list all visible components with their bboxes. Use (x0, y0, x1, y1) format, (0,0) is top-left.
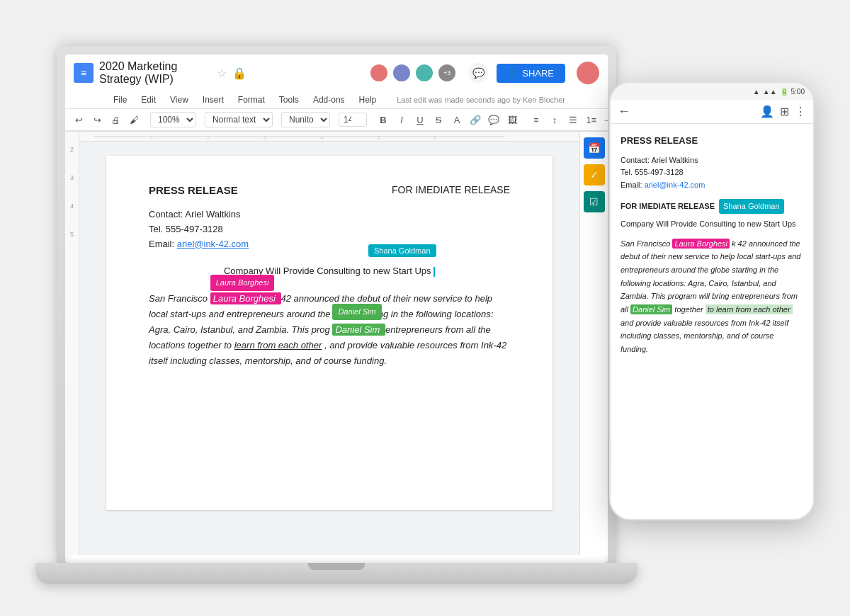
contact-info: Contact: Ariel Waltkins Tel. 555-497-312… (149, 207, 510, 251)
avatar-3 (414, 63, 434, 83)
laura-highlight-container: Laura Borghesi Laura Borghesi (210, 293, 281, 304)
phone-body-start: San Francisco (620, 239, 670, 248)
press-title: PRESS RELEASE (149, 184, 238, 196)
align-button[interactable]: ≡ (528, 113, 544, 127)
italic-button[interactable]: I (394, 113, 409, 127)
avatar-1 (369, 63, 389, 83)
menu-help[interactable]: Help (353, 93, 382, 107)
for-release: FOR IMEDIATE RELEASE (392, 184, 510, 196)
contact-email-line: Email: ariel@ink-42.com (149, 237, 510, 252)
phone-laura-highlight: Laura Borghesi (672, 239, 730, 249)
menu-addons[interactable]: Add-ons (307, 93, 351, 107)
redo-button[interactable]: ↪ (89, 113, 105, 127)
phone-contact-email-line: Email: ariel@ink-42.com (620, 179, 803, 192)
svg-text:6: 6 (434, 135, 437, 141)
phone-email-link[interactable]: ariel@ink-42.com (645, 181, 706, 189)
print-button[interactable]: 🖨 (108, 113, 123, 127)
learn-text: learn from each other (234, 340, 322, 350)
title-bar: ≡ 2020 Marketing Strategy (WIP) ☆ 🔒 +3 💬 (65, 55, 608, 91)
phone-grid-icon[interactable]: ⊞ (780, 105, 789, 118)
doc-subtitle-container: Shana Goldman Company Will Provide Consu… (149, 266, 510, 277)
phone-content: PRESS RELEASE Contact: Ariel Waltkins Te… (611, 124, 813, 503)
keep-icon[interactable]: ☑ (584, 191, 605, 212)
contact-name: Contact: Ariel Waltkins (149, 207, 510, 222)
ruler-top: 1 2 3 4 5 6 (79, 132, 579, 142)
text-cursor (434, 267, 435, 277)
phone-shana-badge: Shana Goldman (719, 199, 784, 215)
doc-scroll: PRESS RELEASE FOR IMEDIATE RELEASE Conta… (79, 142, 579, 555)
menu-view[interactable]: View (164, 93, 194, 107)
side-panel: 📅 ✓ ☑ (579, 132, 608, 555)
phone-contact-name: Contact: Ariel Waltkins (620, 154, 803, 167)
phone-person-icon[interactable]: 👤 (760, 105, 774, 118)
chat-icon[interactable]: 💬 (468, 63, 488, 83)
menu-bar: File Edit View Insert Format Tools Add-o… (65, 91, 608, 108)
menu-tools[interactable]: Tools (273, 93, 305, 107)
laptop-screen-outer: ≡ 2020 Marketing Strategy (WIP) ☆ 🔒 +3 💬 (57, 46, 616, 563)
comment-button[interactable]: 💬 (486, 113, 502, 127)
phone-learn-highlight: to learn from each other (706, 304, 793, 314)
phone-body: San Francisco Laura Borghesi k 42 announ… (620, 237, 803, 356)
highlight-button[interactable]: A (449, 113, 465, 127)
phone-more-icon[interactable]: ⋮ (795, 105, 806, 118)
gdocs-header: ≡ 2020 Marketing Strategy (WIP) ☆ 🔒 +3 💬 (65, 55, 608, 132)
paint-button[interactable]: 🖌 (126, 113, 142, 127)
bold-button[interactable]: B (375, 113, 391, 127)
style-select[interactable]: Normal text (205, 112, 273, 127)
numbered-list-button[interactable]: 1≡ (584, 113, 599, 127)
phone: ▲ ▲▲ 🔋 5:00 ← 👤 ⊞ ⋮ PRESS RELEASE Contac… (609, 81, 815, 520)
doc-body: San Francisco Laura Borghesi Laura Borgh… (149, 291, 510, 369)
press-header: PRESS RELEASE FOR IMEDIATE RELEASE (149, 184, 510, 196)
cloud-icon: 🔒 (232, 67, 246, 80)
phone-body-mid: k 42 announced the debut of their new se… (620, 239, 800, 314)
menu-format[interactable]: Format (232, 93, 271, 107)
svg-text:5: 5 (377, 135, 380, 141)
doc-area: 2345 1 2 3 4 5 6 (65, 132, 608, 555)
phone-back-button[interactable]: ← (618, 104, 630, 119)
wifi-icon: ▲ (753, 88, 760, 96)
link-button[interactable]: 🔗 (468, 113, 483, 127)
zoom-select[interactable]: 100% (150, 112, 196, 127)
svg-text:3: 3 (264, 135, 267, 141)
menu-insert[interactable]: Insert (197, 93, 230, 107)
undo-button[interactable]: ↩ (71, 113, 86, 127)
ruler-left: 2345 (65, 132, 79, 555)
phone-toolbar: ← 👤 ⊞ ⋮ (611, 100, 813, 124)
gdocs-logo: ≡ (74, 63, 94, 83)
phone-body-after-daniel: together (674, 305, 703, 314)
tasks-icon[interactable]: ✓ (584, 164, 605, 186)
phone-contact-info: Contact: Ariel Waltkins Tel. 555-497-312… (620, 154, 803, 192)
line-spacing-button[interactable]: ↕ (547, 113, 562, 127)
daniel-label: Daniel Sim (332, 304, 381, 320)
indent-button[interactable]: →≡ (602, 113, 608, 127)
strikethrough-button[interactable]: S (431, 113, 446, 127)
phone-daniel-highlight: Daniel Sim (630, 304, 672, 314)
laptop-screen: ≡ 2020 Marketing Strategy (WIP) ☆ 🔒 +3 💬 (65, 55, 608, 563)
share-button[interactable]: 👤 SHARE (497, 64, 565, 83)
star-icon[interactable]: ☆ (217, 67, 227, 80)
menu-edit[interactable]: Edit (135, 93, 162, 107)
avatar-more: +3 (437, 63, 457, 83)
doc-title: 2020 Marketing Strategy (WIP) (99, 60, 211, 86)
bullets-button[interactable]: ☰ (565, 113, 581, 127)
font-select[interactable]: Nunito (281, 112, 330, 127)
battery-icon: 🔋 (780, 88, 788, 96)
underline-button[interactable]: U (412, 113, 428, 127)
menu-file[interactable]: File (108, 93, 132, 107)
signal-icon: ▲▲ (763, 88, 777, 96)
avatar-2 (392, 63, 412, 83)
laura-label: Laura Borghesi (210, 275, 275, 291)
daniel-highlight: Daniel Sim Daniel Sim (332, 324, 385, 336)
calendar-icon[interactable]: 📅 (584, 137, 605, 159)
svg-text:1: 1 (150, 135, 154, 141)
phone-subtitle: Company Will Provide Consulting to new S… (620, 218, 803, 230)
image-button[interactable]: 🖼 (504, 113, 520, 127)
phone-press-title: PRESS RELEASE (620, 134, 803, 149)
share-label: SHARE (522, 68, 554, 79)
user-avatar[interactable] (577, 62, 599, 84)
contact-email-link[interactable]: ariel@ink-42.com (177, 239, 249, 249)
document-page: PRESS RELEASE FOR IMEDIATE RELEASE Conta… (106, 156, 552, 510)
font-size-input[interactable] (339, 113, 367, 127)
svg-text:4: 4 (320, 135, 324, 141)
last-edit-notice: Last edit was made seconds ago by Ken Bl… (397, 96, 565, 104)
